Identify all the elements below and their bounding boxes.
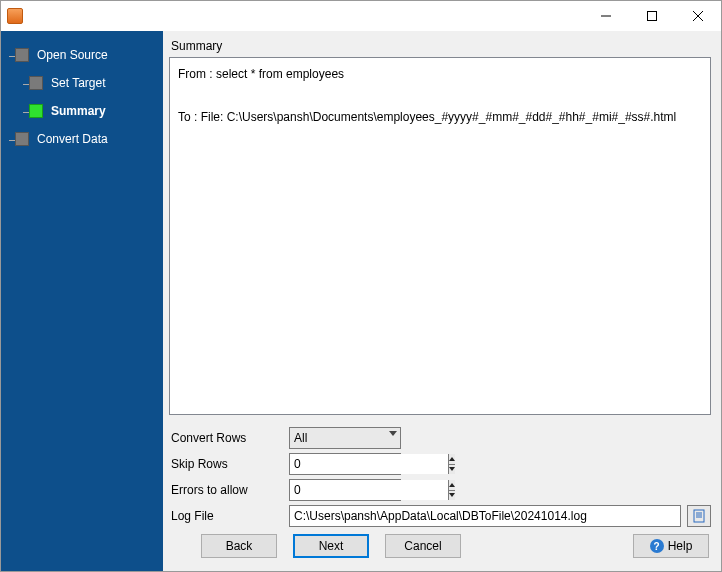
nav-open-source[interactable]: Open Source (1, 41, 163, 69)
app-window: Open Source Set Target Summary Convert D… (0, 0, 722, 572)
spin-up-icon[interactable] (449, 480, 455, 491)
help-icon: ? (650, 539, 664, 553)
wizard-sidebar: Open Source Set Target Summary Convert D… (1, 31, 163, 571)
spin-down-icon[interactable] (449, 491, 455, 501)
nav-set-target[interactable]: Set Target (1, 69, 163, 97)
maximize-button[interactable] (629, 1, 675, 31)
svg-rect-1 (648, 12, 657, 21)
close-button[interactable] (675, 1, 721, 31)
nav-summary[interactable]: Summary (1, 97, 163, 125)
summary-textarea[interactable]: From : select * from employees To : File… (169, 57, 711, 415)
nav-label: Summary (51, 104, 106, 118)
section-title: Summary (169, 37, 711, 57)
errors-input[interactable] (290, 480, 448, 500)
main-panel: Summary From : select * from employees T… (163, 31, 721, 571)
errors-label: Errors to allow (169, 483, 289, 497)
log-file-input[interactable] (289, 505, 681, 527)
errors-spinner[interactable] (289, 479, 401, 501)
spin-down-icon[interactable] (449, 465, 455, 475)
log-file-label: Log File (169, 509, 289, 523)
cancel-button[interactable]: Cancel (385, 534, 461, 558)
titlebar (1, 1, 721, 31)
svg-rect-4 (694, 510, 704, 522)
back-button[interactable]: Back (201, 534, 277, 558)
next-button[interactable]: Next (293, 534, 369, 558)
skip-rows-label: Skip Rows (169, 457, 289, 471)
nav-label: Set Target (51, 76, 105, 90)
browse-log-button[interactable] (687, 505, 711, 527)
spin-up-icon[interactable] (449, 454, 455, 465)
summary-from-line: From : select * from employees (178, 67, 344, 81)
nav-convert-data[interactable]: Convert Data (1, 125, 163, 153)
nav-label: Convert Data (37, 132, 108, 146)
skip-rows-spinner[interactable] (289, 453, 401, 475)
skip-rows-input[interactable] (290, 454, 448, 474)
app-icon (7, 8, 23, 24)
convert-rows-select[interactable]: All (289, 427, 401, 449)
help-button[interactable]: ? Help (633, 534, 709, 558)
minimize-button[interactable] (583, 1, 629, 31)
convert-rows-label: Convert Rows (169, 431, 289, 445)
nav-label: Open Source (37, 48, 108, 62)
file-icon (692, 509, 706, 523)
summary-to-line: To : File: C:\Users\pansh\Documents\empl… (178, 110, 676, 124)
